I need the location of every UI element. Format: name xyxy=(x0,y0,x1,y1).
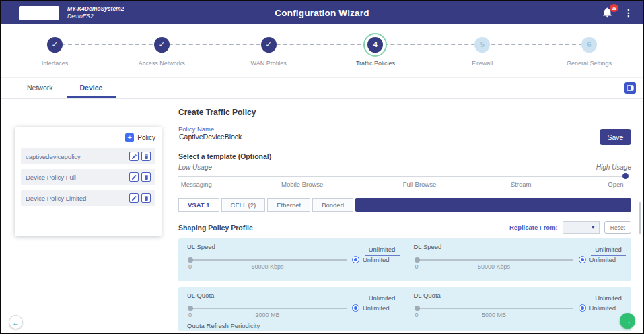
dl-speed-label: DL Speed xyxy=(414,243,442,250)
check-icon: ✓ xyxy=(261,37,277,53)
tab-ethernet[interactable]: Ethernet xyxy=(267,198,310,212)
add-policy-button[interactable]: + Policy xyxy=(21,133,155,142)
chevron-down-icon: ▼ xyxy=(591,225,596,230)
step-traffic-policies[interactable]: 4 Traffic Policies xyxy=(322,32,429,67)
unlimited-radio-label: Unlimited xyxy=(589,304,616,312)
notification-badge: 29 xyxy=(610,4,618,12)
ul-quota-slider-handle[interactable] xyxy=(188,306,193,311)
tab-bonded[interactable]: Bonded xyxy=(312,198,353,212)
step-number: 6 xyxy=(581,37,597,53)
interface-tabs: VSAT 1 CELL (2) Ethernet Bonded xyxy=(178,198,631,212)
delete-policy-button[interactable] xyxy=(141,172,151,182)
step-wan-profiles[interactable]: ✓ WAN Profiles xyxy=(215,32,322,67)
dl-speed-unlimited-radio[interactable]: Unlimited xyxy=(579,256,616,263)
dl-quota-slider-track[interactable] xyxy=(415,308,573,309)
tab-device[interactable]: Device xyxy=(67,78,116,98)
check-icon: ✓ xyxy=(47,37,63,53)
page-title: Configuration Wizard xyxy=(1,8,643,18)
tabs-filler-bar xyxy=(355,198,631,212)
step-access-networks[interactable]: ✓ Access Networks xyxy=(108,32,215,67)
dl-quota-value-field[interactable]: Unlimited xyxy=(591,294,626,304)
policy-list-item[interactable]: Device Policy Limited xyxy=(21,190,155,206)
template-section-label: Select a template (Optional) xyxy=(178,152,271,160)
policy-name-input[interactable] xyxy=(178,133,254,143)
step-label: Interfaces xyxy=(1,60,108,67)
tick-stream[interactable]: Stream xyxy=(511,180,532,188)
edit-policy-button[interactable] xyxy=(129,152,139,161)
ul-speed-unlimited-radio[interactable]: Unlimited xyxy=(352,256,390,263)
template-slider-handle[interactable] xyxy=(622,173,629,179)
notifications-bell-icon[interactable]: 29 xyxy=(602,7,613,18)
high-usage-label: High Usage xyxy=(596,164,631,171)
replicate-controls: Replicate From: ▼ Reset xyxy=(509,221,631,234)
app-header: MY-K4DemoSystem2 DemoES2 Configuration W… xyxy=(1,1,643,24)
overflow-menu-icon[interactable]: ⋮ xyxy=(624,8,633,18)
dl-quota-block: DL Quota 0 5000 MB Unlimited Unlimited xyxy=(405,287,632,331)
tick-open[interactable]: Open xyxy=(608,180,623,188)
step-label: Traffic Policies xyxy=(322,60,429,67)
replicate-from-select[interactable]: ▼ xyxy=(563,221,600,234)
scrollbar-thumb[interactable] xyxy=(639,202,641,234)
slider-max: 5000 MB xyxy=(415,312,573,319)
edit-policy-button[interactable] xyxy=(129,193,139,203)
policy-name-label: Policy Name xyxy=(178,125,214,133)
ul-quota-value-field[interactable]: Unlimited xyxy=(365,294,400,304)
policy-name: Device Policy Full xyxy=(26,174,127,181)
tab-vsat-1[interactable]: VSAT 1 xyxy=(178,198,219,212)
radio-selected-icon xyxy=(352,256,359,263)
dl-quota-slider-handle[interactable] xyxy=(415,306,420,311)
dl-speed-slider-track[interactable] xyxy=(415,259,573,261)
delete-policy-button[interactable] xyxy=(141,193,151,203)
radio-selected-icon xyxy=(352,304,359,312)
tick-mobile-browse[interactable]: Mobile Browse xyxy=(281,180,323,188)
dl-quota-label: DL Quota xyxy=(414,292,441,299)
quota-panel: UL Quota 0 2000 MB Unlimited Unlimited D… xyxy=(178,287,631,331)
add-policy-label: Policy xyxy=(137,134,155,141)
ul-quota-unlimited-radio[interactable]: Unlimited xyxy=(352,304,390,312)
content-divider xyxy=(170,100,170,333)
tick-messaging[interactable]: Messaging xyxy=(181,180,212,188)
step-label: Access Networks xyxy=(108,60,215,67)
header-actions: 29 ⋮ xyxy=(602,1,633,24)
edit-policy-button[interactable] xyxy=(129,172,139,182)
ul-speed-slider-track[interactable] xyxy=(188,259,347,261)
tick-full-browse[interactable]: Full Browse xyxy=(403,180,437,188)
policy-list-item[interactable]: Device Policy Full xyxy=(21,169,155,185)
step-general-settings[interactable]: 6 General Settings xyxy=(536,32,643,67)
policy-list-item[interactable]: captivedevicepolicy xyxy=(21,148,155,164)
step-interfaces[interactable]: ✓ Interfaces xyxy=(1,32,108,67)
dl-speed-block: DL Speed 0 50000 Kbps Unlimited Unlimite… xyxy=(405,238,632,281)
ul-speed-slider-handle[interactable] xyxy=(188,257,193,263)
dl-quota-unlimited-radio[interactable]: Unlimited xyxy=(579,304,616,312)
template-slider-ticks: Messaging Mobile Browse Full Browse Stre… xyxy=(178,180,629,189)
scope-tabbar: Network Device xyxy=(1,78,643,99)
ul-speed-block: UL Speed 0 50000 Kbps Unlimited Unlimite… xyxy=(178,238,405,281)
app-window: MY-K4DemoSystem2 DemoES2 Configuration W… xyxy=(0,0,644,334)
ul-quota-label: UL Quota xyxy=(187,292,214,299)
radio-selected-icon xyxy=(579,304,586,312)
low-usage-label: Low Usage xyxy=(178,164,212,171)
tab-network[interactable]: Network xyxy=(13,78,67,98)
back-button[interactable]: ← xyxy=(9,315,23,329)
slider-max: 50000 Kbps xyxy=(415,263,573,270)
step-label: WAN Profiles xyxy=(215,60,322,67)
reset-button[interactable]: Reset xyxy=(604,221,631,234)
step-label: General Settings xyxy=(536,60,643,67)
radio-selected-icon xyxy=(579,256,586,263)
unlimited-radio-label: Unlimited xyxy=(363,256,390,263)
template-slider-track[interactable] xyxy=(178,176,629,177)
dl-speed-slider-handle[interactable] xyxy=(415,257,420,263)
next-button[interactable]: → xyxy=(620,313,635,329)
tab-cell[interactable]: CELL (2) xyxy=(221,198,266,212)
slider-max: 2000 MB xyxy=(188,312,347,319)
collapse-panel-icon[interactable] xyxy=(624,82,636,94)
delete-policy-button[interactable] xyxy=(141,152,151,161)
policy-list-card: + Policy captivedevicepolicy Device Poli… xyxy=(15,127,162,236)
active-step-ring: 4 xyxy=(363,33,387,57)
step-firewall[interactable]: 5 Firewall xyxy=(429,32,536,67)
dl-speed-value-field[interactable]: Unlimited xyxy=(591,246,626,256)
ul-quota-slider-track[interactable] xyxy=(188,308,347,309)
create-policy-title: Create Traffic Policy xyxy=(178,108,256,117)
save-button[interactable]: Save xyxy=(600,129,631,145)
ul-speed-value-field[interactable]: Unlimited xyxy=(365,246,400,256)
